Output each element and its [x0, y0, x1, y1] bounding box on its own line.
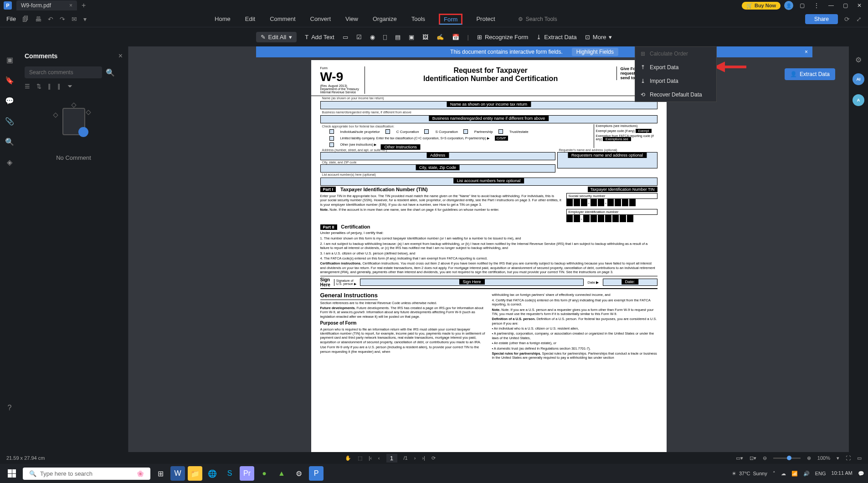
language-indicator[interactable]: ENG [815, 471, 826, 476]
undo-icon[interactable]: ↶ [48, 15, 53, 23]
tab-close-icon[interactable]: × [69, 2, 72, 9]
read-mode-icon[interactable]: ▭ [857, 455, 862, 461]
search-rail-icon[interactable]: 🔍 [5, 137, 14, 146]
windows-search[interactable]: 🔍 Type here to search 🌸 [23, 468, 150, 480]
dropdown-icon[interactable]: ▾ [83, 15, 87, 23]
ai-badge-2[interactable]: A [853, 94, 864, 106]
tab-comment[interactable]: Comment [269, 14, 296, 25]
bookmarks-icon[interactable]: 🔖 [5, 76, 14, 85]
minimize-button[interactable]: — [826, 2, 837, 9]
city-field[interactable]: City, state, Zip Code [320, 164, 555, 173]
extract-data-floating-button[interactable]: 👤 Extract Data [785, 68, 835, 80]
filter2-icon[interactable]: ‖ [57, 83, 61, 90]
system-clock[interactable]: 10:11 AM [832, 470, 853, 476]
checkbox-icon[interactable]: ☑ [356, 34, 362, 41]
tab-protect[interactable]: Protect [475, 14, 496, 25]
filter1-icon[interactable]: ‖ [48, 83, 51, 90]
button-field-icon[interactable]: ▣ [409, 34, 414, 41]
text-field-icon[interactable]: ▭ [343, 34, 348, 41]
listbox-icon[interactable]: ▤ [395, 34, 401, 41]
signature-icon[interactable]: ✍ [437, 34, 444, 41]
zoom-out-icon[interactable]: ⊖ [763, 455, 767, 461]
business-name-field[interactable]: Business namedisregarded entity name if … [320, 115, 657, 123]
mail-icon[interactable]: ✉ [72, 15, 77, 23]
premiere-icon[interactable]: Pr [240, 466, 254, 481]
last-page-icon[interactable]: ›| [422, 455, 425, 461]
recover-data-item[interactable]: ⟲ Recover Default Data [635, 88, 716, 102]
search-tools[interactable]: ⚙ Search Tools [518, 14, 557, 25]
attachments-icon[interactable]: 📎 [5, 117, 14, 126]
date-field[interactable]: Date: [603, 279, 657, 286]
print-icon[interactable]: 🖶 [35, 15, 41, 23]
recognize-form-button[interactable]: ⊞ Recognize Form [477, 34, 528, 41]
exempt-field[interactable]: Exempt [636, 129, 652, 133]
other-checkbox[interactable] [329, 142, 334, 147]
maximize-button[interactable]: ▢ [840, 2, 851, 9]
banner-close-icon[interactable]: × [805, 49, 808, 55]
tray-chevron-icon[interactable]: ˄ [773, 471, 776, 477]
task-view-icon[interactable]: ⊞ [153, 466, 168, 481]
volume-icon[interactable]: 🔊 [803, 471, 810, 477]
explorer-icon[interactable]: 📁 [188, 466, 202, 481]
redo-icon[interactable]: ↷ [60, 15, 65, 23]
rotate-icon[interactable]: ⟳ [431, 455, 436, 461]
file-menu[interactable]: File [6, 15, 16, 22]
tab-form[interactable]: Form [439, 14, 462, 25]
new-tab-button[interactable]: + [82, 1, 86, 10]
import-data-item[interactable]: ⤓ Import Data [635, 74, 716, 88]
tab-tools[interactable]: Tools [411, 14, 426, 25]
edit-all-button[interactable]: ✎ Edit All ▾ [256, 32, 297, 42]
close-window-button[interactable]: ✕ [854, 2, 864, 9]
app-icon-3[interactable]: ⚙ [292, 466, 306, 481]
zoom-slider[interactable] [773, 458, 801, 459]
expand-icon[interactable]: ⤢ [856, 15, 862, 23]
filter3-icon[interactable]: ⏷ [67, 83, 73, 90]
properties-icon[interactable]: ⚙ [855, 56, 862, 64]
highlight-fields-button[interactable]: Highlight Fields [572, 48, 618, 56]
cloud-icon[interactable]: ☁ [781, 471, 786, 477]
signature-field[interactable]: Sign Here [360, 279, 584, 286]
hand-tool-icon[interactable]: ✋ [345, 455, 351, 461]
next-page-icon[interactable]: › [414, 455, 416, 461]
thumbnails-icon[interactable]: ▣ [6, 56, 13, 64]
history-icon[interactable]: ⟳ [844, 15, 850, 23]
buy-now-button[interactable]: 🛒 Buy Now [742, 2, 781, 10]
tab-organize[interactable]: Organize [372, 14, 398, 25]
date-field-icon[interactable]: 📅 [452, 34, 459, 41]
image-field-icon[interactable]: 🖼 [422, 34, 428, 41]
list-view-icon[interactable]: ☰ [25, 83, 30, 90]
wifi-icon[interactable]: 📶 [791, 471, 798, 477]
weather-widget[interactable]: ☀ 37°C Sunny [732, 471, 767, 477]
tab-home[interactable]: Home [214, 14, 231, 25]
extract-data-button[interactable]: ⤓ Extract Data [536, 34, 577, 41]
document-tab[interactable]: W9-form.pdf × [16, 0, 77, 10]
chat-icon[interactable]: ▢ [797, 2, 807, 9]
exemptions-field[interactable]: Exemptions see [603, 137, 631, 141]
requester-field[interactable]: Requesters name and address optional [557, 152, 657, 168]
ai-badge[interactable]: AI [853, 73, 864, 85]
skype-icon[interactable]: S [222, 466, 237, 481]
tab-view[interactable]: View [344, 14, 359, 25]
individual-checkbox[interactable] [329, 129, 334, 134]
tab-convert[interactable]: Convert [309, 14, 332, 25]
ssn-boxes[interactable]: -- [566, 199, 657, 206]
document-viewport[interactable]: This document contains interactive form … [128, 46, 849, 464]
first-page-icon[interactable]: |‹ [369, 455, 372, 461]
address-field[interactable]: Address [320, 152, 555, 160]
close-panel-icon[interactable]: × [118, 52, 123, 60]
other-field[interactable]: Other Instructions [382, 144, 419, 145]
c-corp-checkbox[interactable] [385, 129, 390, 134]
page-number-input[interactable] [386, 454, 397, 463]
app-icon-2[interactable]: ▲ [274, 466, 289, 481]
user-avatar[interactable]: 👤 [784, 1, 793, 10]
search-icon[interactable]: 🔍 [106, 68, 115, 77]
search-comments-input[interactable] [25, 66, 102, 78]
zoom-in-icon[interactable]: ⊕ [807, 455, 811, 461]
fullscreen-icon[interactable]: ⛶ [846, 455, 851, 461]
trust-checkbox[interactable] [498, 129, 503, 134]
fit-icon[interactable]: ⊡▾ [750, 455, 756, 461]
chrome-icon[interactable]: 🌐 [205, 466, 220, 481]
view-mode-icon[interactable]: ▭▾ [736, 455, 743, 461]
tin-field[interactable]: Taxpayer Identification Number TIN [588, 187, 657, 192]
s-corp-checkbox[interactable] [424, 129, 429, 134]
